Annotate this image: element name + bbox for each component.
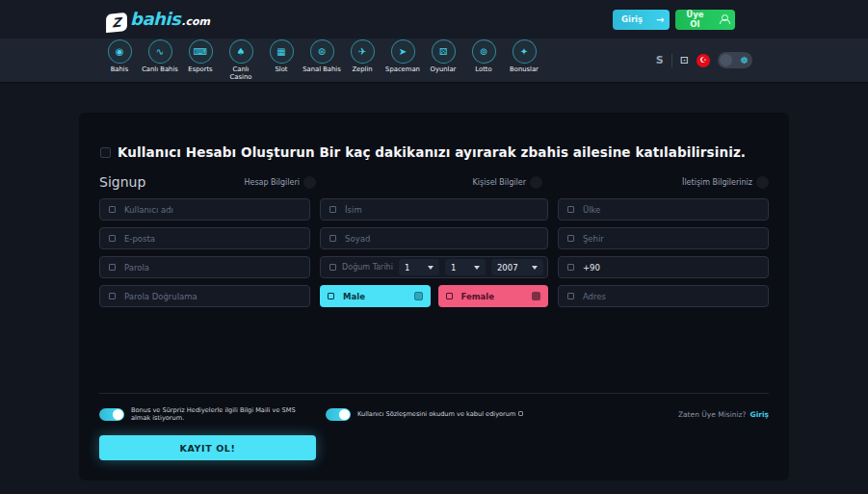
headline-checkbox[interactable] <box>100 147 111 158</box>
phone-icon <box>567 264 574 271</box>
section-step-badge <box>530 176 542 189</box>
firstname-field[interactable] <box>320 198 548 221</box>
marketing-toggle[interactable] <box>99 408 124 421</box>
email-field[interactable] <box>99 227 310 249</box>
nav-item-bahis[interactable]: ◉ Bahis <box>99 39 140 81</box>
login-button[interactable]: Giriş → <box>613 10 670 30</box>
password-confirm-field[interactable] <box>99 285 310 307</box>
city-icon <box>567 235 574 242</box>
live-support-icon[interactable]: S <box>656 54 664 66</box>
username-field[interactable] <box>99 198 310 221</box>
address-input[interactable] <box>583 292 759 301</box>
signup-title: Signup <box>99 174 145 190</box>
gender-male-button[interactable]: Male <box>320 285 430 307</box>
nav-item-label: Lotto <box>475 66 491 73</box>
lastname-field[interactable] <box>320 227 548 249</box>
nav-item-canli-bahis[interactable]: ∿ Canlı Bahis <box>140 39 180 81</box>
phone-field[interactable] <box>558 256 769 278</box>
chevron-down-icon <box>428 266 434 270</box>
lastname-input[interactable] <box>345 234 539 244</box>
city-input[interactable] <box>583 234 759 244</box>
section-contact: İletişim Bilgileriniz <box>552 176 769 189</box>
member-login-link[interactable]: Giriş <box>750 410 769 419</box>
address-field[interactable] <box>558 285 769 307</box>
user-icon <box>329 235 336 242</box>
birth-day-select[interactable]: 1 <box>399 259 439 275</box>
firstname-input[interactable] <box>345 205 539 215</box>
password-input[interactable] <box>124 263 301 273</box>
slot-machine-icon: ▦ <box>270 39 294 64</box>
nav-item-oyunlar[interactable]: ⚄ Oyunlar <box>423 39 463 81</box>
section-personal: Kişisel Bilgiler <box>326 176 542 189</box>
section-header-row: Signup Hesap Bilgileri Kişisel Bilgiler … <box>99 174 769 190</box>
country-input[interactable] <box>583 205 759 215</box>
terms-consent-label: Kullanıcı Sözleşmesini okudum ve kabul e… <box>357 410 523 418</box>
username-input[interactable] <box>124 205 301 215</box>
gender-female-label: Female <box>461 292 495 301</box>
already-member: Zaten Üye Misiniz? Giriş <box>552 410 769 419</box>
lock-icon <box>109 293 116 299</box>
nav-items: ◉ Bahis ∿ Canlı Bahis ⌨ Esports ♠ Canlı … <box>99 39 544 81</box>
section-label-contact: İletişim Bilgileriniz <box>682 178 752 187</box>
toggle-knob <box>113 409 123 420</box>
nav-item-bonuslar[interactable]: ✦ Bonuslar <box>504 39 544 81</box>
section-label-personal: Kişisel Bilgiler <box>473 178 526 187</box>
nav-item-label: Canlı Casino <box>222 66 260 81</box>
topbar-actions: Giriş → Üye Ol <box>613 10 735 30</box>
site-logo[interactable]: Z bahis .com <box>106 9 210 30</box>
password-confirm-input[interactable] <box>124 292 301 301</box>
tv-icon[interactable]: ⊡ <box>680 54 689 66</box>
section-label-account: Hesap Bilgileri <box>244 178 300 187</box>
nav-item-spaceman[interactable]: ➤ Spaceman <box>382 39 423 81</box>
topbar: Z bahis .com Giriş → Üye Ol <box>0 0 868 39</box>
nav-item-esports[interactable]: ⌨ Esports <box>180 39 221 81</box>
nav-item-zeplin[interactable]: ✈ Zeplin <box>342 39 382 81</box>
register-submit-button[interactable]: KAYIT OL! <box>99 435 316 460</box>
nav-right-controls: S ⊡ ☪ ☸ <box>656 52 752 68</box>
gender-female-button[interactable]: Female <box>438 285 548 307</box>
signup-form: Doğum Tarihi 1 1 2007 <box>99 198 769 307</box>
logo-name: bahis <box>130 9 180 29</box>
nav-item-label: Sanal Bahis <box>302 66 341 73</box>
user-icon <box>109 206 116 213</box>
city-field[interactable] <box>558 227 769 249</box>
nav-item-sanal-bahis[interactable]: ⊛ Sanal Bahis <box>302 39 342 81</box>
already-member-text: Zaten Üye Misiniz? <box>678 410 747 419</box>
login-button-label: Giriş <box>621 14 643 24</box>
gear-icon: ☸ <box>740 55 749 65</box>
birth-month-select[interactable]: 1 <box>445 259 486 275</box>
user-plus-icon <box>720 14 726 24</box>
country-field[interactable] <box>558 198 769 221</box>
birthdate-label: Doğum Tarihi <box>342 263 393 272</box>
email-input[interactable] <box>124 234 301 244</box>
nav-item-label: Bahis <box>111 66 129 73</box>
gift-icon: ✦ <box>513 39 537 64</box>
main-nav: ◉ Bahis ∿ Canlı Bahis ⌨ Esports ♠ Canlı … <box>0 39 868 83</box>
terms-toggle[interactable] <box>326 408 351 421</box>
external-link-icon[interactable] <box>518 411 523 416</box>
rocket-icon: ➤ <box>391 39 415 64</box>
marketing-consent: Bonus ve Sürpriz Hediyelerle ilgili Bilg… <box>99 406 316 422</box>
signup-panel: Kullanıcı Hesabı Oluşturun Bir kaç dakik… <box>79 113 789 481</box>
gender-male-label: Male <box>343 292 365 301</box>
arrow-right-icon: → <box>656 14 664 25</box>
headline-row: Kullanıcı Hesabı Oluşturun Bir kaç dakik… <box>99 144 769 160</box>
logo-tld: .com <box>181 15 210 28</box>
marketing-consent-label: Bonus ve Sürpriz Hediyelerle ilgili Bilg… <box>131 406 316 422</box>
birth-year-select[interactable]: 2007 <box>491 259 543 275</box>
section-step-badge <box>756 176 769 189</box>
nav-item-canli-casino[interactable]: ♠ Canlı Casino <box>221 39 261 81</box>
nav-item-slot[interactable]: ▦ Slot <box>261 39 302 81</box>
register-button[interactable]: Üye Ol <box>675 10 735 30</box>
dice-icon: ⚄ <box>432 39 456 64</box>
password-field[interactable] <box>99 256 310 278</box>
female-checkbox <box>532 292 540 300</box>
nav-item-lotto[interactable]: ⊚ Lotto <box>463 39 504 81</box>
theme-settings-toggle[interactable]: ☸ <box>718 52 752 68</box>
phone-input[interactable] <box>583 263 759 273</box>
signup-headline: Kullanıcı Hesabı Oluşturun Bir kaç dakik… <box>118 144 746 160</box>
turkish-flag-icon[interactable]: ☪ <box>697 54 710 67</box>
nav-item-label: Slot <box>275 66 287 73</box>
logo-z-icon: Z <box>106 13 127 33</box>
section-step-badge <box>303 176 316 189</box>
